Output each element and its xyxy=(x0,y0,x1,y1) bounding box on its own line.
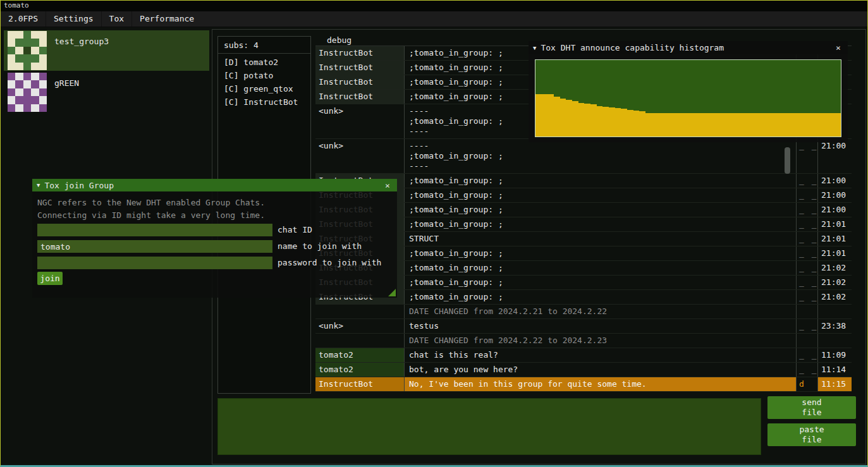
join-group-window: ▼ Tox join Group × NGC refers to the New… xyxy=(32,179,397,298)
histogram-bar xyxy=(621,109,627,136)
message-author: InstructBot xyxy=(315,61,404,75)
message-text: STRUCT xyxy=(404,232,796,246)
histogram-bar xyxy=(792,113,798,137)
window-titlebar: tomato xyxy=(1,1,867,11)
message-text: ;tomato_in_group: ; xyxy=(404,290,796,304)
paste-file-button-line1: paste xyxy=(799,425,824,435)
message-receipt-marks: d xyxy=(796,377,817,391)
group-item-test_group3[interactable]: test_group3 xyxy=(4,30,209,71)
message-text: bot, are you new here? xyxy=(404,363,796,377)
window-resize-grip[interactable] xyxy=(388,289,396,296)
subs-member[interactable]: [D] tomato2 xyxy=(218,56,310,69)
message-author: tomato2 xyxy=(315,363,404,377)
message-author: InstructBot xyxy=(315,377,404,391)
message-timestamp: 11:15 xyxy=(817,377,852,391)
message-text: ;tomato_in_group: ; xyxy=(404,174,796,188)
app-window: tomato 2.0FPSSettingsToxPerformance test… xyxy=(0,0,868,467)
message-timestamp: 21:00 xyxy=(817,174,852,188)
collapse-arrow-icon[interactable]: ▼ xyxy=(37,182,40,188)
histogram-bar xyxy=(633,111,640,136)
close-icon[interactable]: × xyxy=(382,181,393,190)
subs-member[interactable]: [C] green_qtox xyxy=(218,82,310,95)
histogram-bar xyxy=(767,113,774,137)
message-author: InstructBot xyxy=(315,46,404,60)
date-separator-row: DATE CHANGED from 2024.2.22 to 2024.2.23 xyxy=(315,334,852,348)
message-author: <unk> xyxy=(315,104,404,138)
subs-count-label: subs: 4 xyxy=(218,37,310,54)
message-receipt-marks: _ _ xyxy=(796,261,817,275)
join-password-input[interactable] xyxy=(37,257,272,269)
histogram-bar xyxy=(743,113,749,137)
send-file-button[interactable]: send file xyxy=(767,396,856,419)
histogram-bar xyxy=(651,113,657,137)
chat-id-input[interactable] xyxy=(37,224,272,236)
chat-scrollbar-thumb[interactable] xyxy=(785,147,790,174)
message-receipt-marks: _ _ xyxy=(796,188,817,202)
subs-member[interactable]: [C] potato xyxy=(218,69,310,82)
histogram-bar xyxy=(572,101,578,136)
join-group-description: NGC refers to the New DHT enabled Group … xyxy=(37,197,265,222)
histogram-bar xyxy=(779,113,786,137)
group-item-gREEN[interactable]: gREEN xyxy=(4,72,209,112)
histogram-bar xyxy=(755,113,762,137)
message-row: <unk>----;tomato_in_group: ;----_ _21:00 xyxy=(315,139,852,174)
menu-item-settings[interactable]: Settings xyxy=(46,11,101,27)
message-text: ;tomato_in_group: ; xyxy=(404,276,796,289)
group-avatar xyxy=(8,73,47,112)
histogram-bar xyxy=(761,113,767,137)
message-timestamp: 21:02 xyxy=(817,276,852,289)
join-name-input[interactable] xyxy=(37,240,272,253)
message-receipt-marks xyxy=(796,305,817,318)
message-receipt-marks: _ _ xyxy=(796,203,817,217)
message-author: <unk> xyxy=(315,139,404,173)
message-timestamp: 11:09 xyxy=(817,348,852,362)
message-row: tomato2bot, are you new here?_ _11:14 xyxy=(315,363,852,377)
dht-histogram-plot xyxy=(535,59,841,137)
histogram-bar xyxy=(829,113,835,137)
date-changed-text: DATE CHANGED from 2024.2.21 to 2024.2.22 xyxy=(404,305,796,318)
dht-histogram-window-titlebar[interactable]: ▼ Tox DHT announce capability histogram … xyxy=(529,41,848,54)
message-timestamp: 21:00 xyxy=(817,139,852,173)
group-avatar xyxy=(8,31,47,70)
histogram-bar xyxy=(639,111,645,136)
message-row: tomato2chat is this real?_ _11:09 xyxy=(315,348,852,363)
dht-histogram-window-title: Tox DHT announce capability histogram xyxy=(541,43,829,52)
message-timestamp: 21:01 xyxy=(817,232,852,246)
message-text: chat is this real? xyxy=(404,348,796,362)
histogram-bar xyxy=(578,103,585,136)
join-button[interactable]: join xyxy=(37,272,63,285)
chat-topic: debug xyxy=(327,35,351,45)
menu-item-performance[interactable]: Performance xyxy=(131,11,202,27)
message-text: ;tomato_in_group: ; xyxy=(404,203,796,217)
paste-file-button[interactable]: paste file xyxy=(767,423,856,446)
histogram-bar xyxy=(602,107,609,136)
message-row: <unk>testus_ _23:38 xyxy=(315,319,852,334)
message-receipt-marks: _ _ xyxy=(796,139,817,173)
collapse-arrow-icon[interactable]: ▼ xyxy=(533,45,536,51)
message-text: ----;tomato_in_group: ;---- xyxy=(404,139,796,173)
histogram-bar xyxy=(566,100,572,136)
histogram-bar xyxy=(712,113,719,137)
histogram-bar xyxy=(834,113,841,137)
message-timestamp xyxy=(817,334,852,348)
group-name: gREEN xyxy=(54,78,79,88)
message-author xyxy=(315,305,404,318)
menubar: 2.0FPSSettingsToxPerformance xyxy=(1,11,867,27)
histogram-bar xyxy=(731,113,737,137)
close-icon[interactable]: × xyxy=(833,43,843,52)
menu-item-2-0fps: 2.0FPS xyxy=(1,11,46,27)
message-timestamp: 21:00 xyxy=(817,203,852,217)
join-group-window-titlebar[interactable]: ▼ Tox join Group × xyxy=(32,179,397,191)
subs-member[interactable]: [C] InstructBot xyxy=(218,95,310,109)
message-receipt-marks: _ _ xyxy=(796,246,817,260)
histogram-bar xyxy=(810,113,817,137)
subs-list: [D] tomato2[C] potato[C] green_qtox[C] I… xyxy=(218,54,310,109)
send-file-button-line2: file xyxy=(802,408,821,418)
menu-item-tox[interactable]: Tox xyxy=(101,11,131,27)
message-receipt-marks xyxy=(796,334,817,348)
histogram-bar xyxy=(798,113,804,137)
message-input[interactable] xyxy=(217,398,761,455)
histogram-bar xyxy=(664,113,670,137)
chat-id-label: chat ID xyxy=(278,225,312,234)
histogram-bar xyxy=(584,104,590,136)
